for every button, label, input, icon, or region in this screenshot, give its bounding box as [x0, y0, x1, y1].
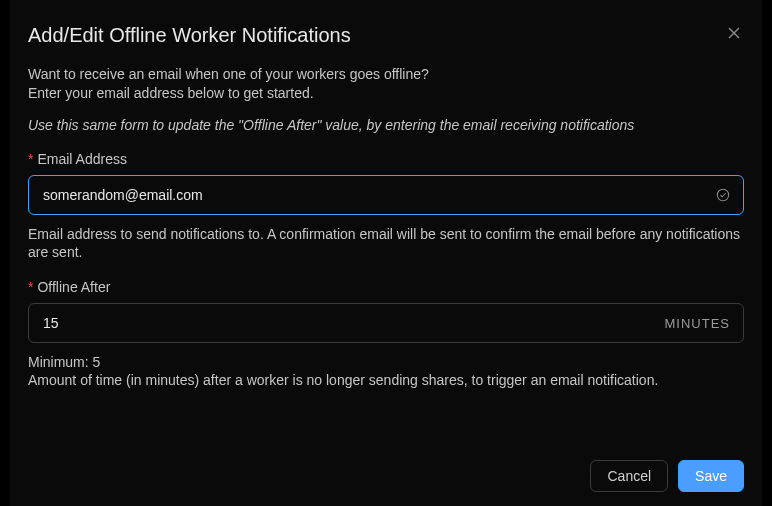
email-label-row: *Email Address	[28, 151, 744, 167]
required-marker: *	[28, 151, 33, 167]
email-label: Email Address	[37, 151, 126, 167]
required-marker: *	[28, 279, 33, 295]
intro-line-1: Want to receive an email when one of you…	[28, 65, 744, 84]
offline-after-label: Offline After	[37, 279, 110, 295]
modal-header: Add/Edit Offline Worker Notifications	[28, 24, 744, 47]
minimum-label: Minimum: 5	[28, 353, 744, 371]
save-button[interactable]: Save	[678, 460, 744, 492]
svg-point-2	[717, 189, 728, 200]
cancel-button[interactable]: Cancel	[590, 460, 668, 492]
modal-title: Add/Edit Offline Worker Notifications	[28, 24, 351, 47]
modal-container: Add/Edit Offline Worker Notifications Wa…	[10, 0, 762, 506]
offline-after-help: Minimum: 5 Amount of time (in minutes) a…	[28, 353, 744, 389]
close-button[interactable]	[724, 24, 744, 44]
email-input-wrap	[28, 175, 744, 215]
offline-after-input-wrap: MINUTES	[28, 303, 744, 343]
minutes-suffix: MINUTES	[665, 316, 731, 331]
offline-after-input[interactable]	[28, 303, 744, 343]
email-input[interactable]	[28, 175, 744, 215]
close-icon	[728, 27, 740, 42]
offline-after-help-text: Amount of time (in minutes) after a work…	[28, 371, 744, 389]
modal-footer: Cancel Save	[28, 440, 744, 492]
email-form-group: *Email Address Email address to send not…	[28, 151, 744, 261]
email-help-text: Email address to send notifications to. …	[28, 225, 744, 261]
offline-after-form-group: *Offline After MINUTES Minimum: 5 Amount…	[28, 279, 744, 389]
offline-after-label-row: *Offline After	[28, 279, 744, 295]
intro-text: Want to receive an email when one of you…	[28, 65, 744, 103]
hint-text: Use this same form to update the "Offlin…	[28, 117, 744, 133]
check-circle-icon	[716, 188, 730, 202]
intro-line-2: Enter your email address below to get st…	[28, 84, 744, 103]
